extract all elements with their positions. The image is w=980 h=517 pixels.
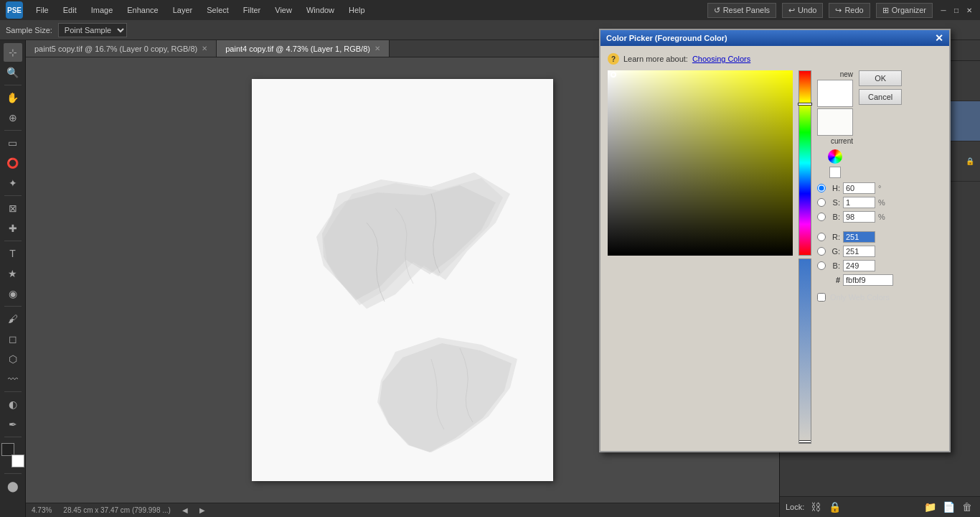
menu-image[interactable]: Image [85,3,119,17]
sample-size-label: Sample Size: [6,26,52,34]
g-radio[interactable] [817,247,826,256]
new-layer-button[interactable]: 📄 [941,500,956,514]
blue-row: B: [817,260,942,271]
s-input[interactable] [843,197,875,208]
dialog-close-button[interactable]: ✕ [935,33,943,43]
background-color[interactable] [11,455,24,467]
blur-tool[interactable]: ⬡ [4,350,22,368]
menu-layer[interactable]: Layer [167,3,199,17]
menu-filter[interactable]: Filter [237,3,266,17]
hue-thumb [798,103,812,106]
color-swatches [1,443,24,467]
b-input[interactable] [843,211,875,223]
eyedropper-tool[interactable]: ⊕ [4,108,22,127]
r-label: R: [829,233,840,241]
undo-button[interactable]: ↩ Undo [782,3,823,18]
document-size: 28.45 cm x 37.47 cm (799.998 ...) [63,506,171,514]
scroll-right[interactable]: ▶ [199,506,205,514]
new-layer-group-button[interactable]: 📁 [923,500,937,514]
opacity-thumb [798,440,811,443]
dodge-tool[interactable]: ◐ [4,395,22,414]
b2-radio[interactable] [817,261,826,270]
canvas-document [252,79,553,481]
lock-icon[interactable]: 🔒 [827,500,842,514]
hex-input[interactable] [843,274,893,286]
new-swatch [817,80,853,107]
help-icon: ? [608,53,619,65]
close-button[interactable]: ✕ [964,5,974,15]
g-label: G: [829,247,840,256]
zoom-tool-2[interactable]: ◉ [4,284,22,303]
cancel-button[interactable]: Cancel [859,89,902,105]
dialog-title-bar: Color Picker (Foreground Color) ✕ [600,30,949,46]
redo-button[interactable]: ↪ Redo [829,3,870,18]
magic-wand-tool[interactable]: ✦ [4,174,22,192]
organizer-button[interactable]: ⊞ Organizer [876,3,933,18]
tab-close-1[interactable]: ✕ [374,45,380,52]
h-input[interactable] [843,182,875,194]
b2-input[interactable] [843,260,875,271]
menu-file[interactable]: File [30,3,55,17]
s-radio[interactable] [817,198,826,207]
g-input[interactable] [843,246,875,257]
zoom-tool[interactable]: 🔍 [4,63,22,82]
menu-window[interactable]: Window [301,3,340,17]
opacity-slider[interactable] [798,258,811,444]
link-layers-button[interactable]: ⛓ [809,500,823,514]
minimize-button[interactable]: ─ [938,5,948,15]
current-swatch [817,108,853,136]
maximize-button[interactable]: □ [951,5,961,15]
gradient-picker[interactable] [608,70,793,256]
brightness-row: B: % [817,211,942,223]
hand-tool[interactable]: ✋ [4,88,22,107]
dialog-buttons: OK Cancel [859,70,902,105]
hue-slider[interactable] [798,70,811,256]
smudge-tool[interactable]: 〰 [4,370,22,388]
pen-tool[interactable]: ✒ [4,415,22,434]
shape-tool[interactable]: ★ [4,264,22,283]
lock-label: Lock: [786,503,804,511]
hex-row: # [817,274,942,286]
help-link[interactable]: Choosing Colors [692,55,750,63]
crop-tool[interactable]: ⊠ [4,199,22,218]
tab-0[interactable]: paint5 copy.tif @ 16.7% (Layer 0 copy, R… [26,40,217,57]
lasso-tool[interactable]: ⭕ [4,154,22,172]
r-input[interactable] [843,231,875,243]
marquee-tool[interactable]: ▭ [4,134,22,152]
only-web-colors-checkbox[interactable] [817,293,826,302]
dialog-title: Color Picker (Foreground Color) [606,34,727,42]
type-tool[interactable]: T [4,244,22,263]
menu-view[interactable]: View [269,3,298,17]
reset-panels-button[interactable]: ↺ Reset Panels [707,3,776,18]
paint-tool[interactable]: 🖌 [4,309,22,328]
b-radio[interactable] [817,213,826,221]
b2-label: B: [829,261,840,270]
hue-radio[interactable] [817,184,826,192]
r-radio[interactable] [817,233,826,241]
status-bar: 4.73% 28.45 cm x 37.47 cm (799.998 ...) … [26,503,779,517]
dialog-body: ? Learn more about: Choosing Colors [600,46,949,451]
layer-lock-icon: 🔒 [966,157,974,165]
help-text: Learn more about: [623,55,688,63]
move-tool[interactable]: ⊹ [4,43,22,62]
menu-help[interactable]: Help [343,3,371,17]
tab-close-0[interactable]: ✕ [202,45,207,52]
web-safe-swatch [829,167,841,178]
ok-button[interactable]: OK [859,70,902,86]
organizer-icon: ⊞ [882,6,889,15]
layers-bottom: Lock: ⛓ 🔒 📁 📄 🗑 [780,496,980,517]
menu-edit[interactable]: Edit [57,3,83,17]
delete-layer-button[interactable]: 🗑 [960,500,974,514]
menu-enhance[interactable]: Enhance [121,3,164,17]
scroll-left[interactable]: ◀ [182,506,188,514]
hue-row: H: ° [817,182,942,194]
eraser-tool[interactable]: ◻ [4,330,22,348]
sample-size-select[interactable]: Point Sample [58,23,127,37]
quick-mask-tool[interactable]: ⬤ [4,477,22,495]
hex-hash: # [829,276,840,284]
web-colors-row: Only Web Colors [817,290,942,304]
color-picker-main: new current OK Cancel [608,70,942,444]
tab-1[interactable]: paint4 copy.tif @ 4.73% (Layer 1, RGB/8)… [217,40,390,57]
menu-select[interactable]: Select [201,3,235,17]
healing-tool[interactable]: ✚ [4,219,22,238]
